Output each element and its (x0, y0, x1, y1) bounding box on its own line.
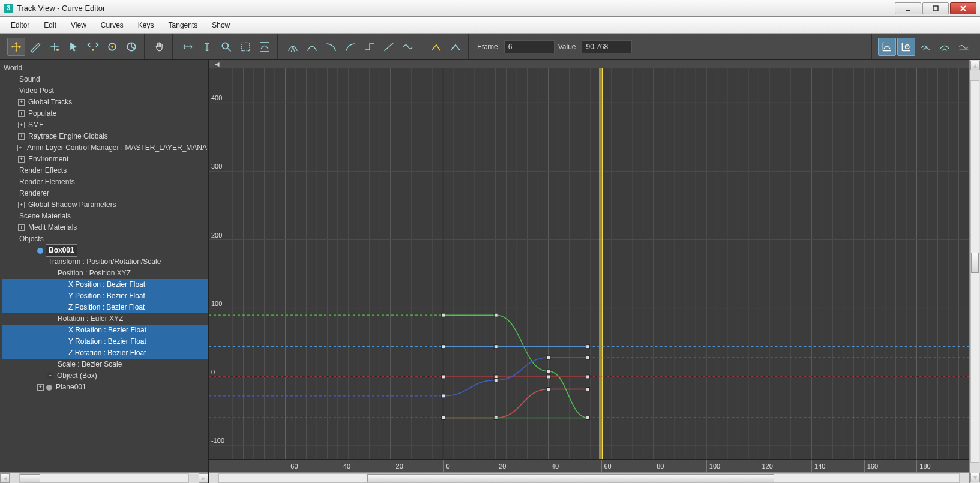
keyframe[interactable] (442, 416, 445, 419)
tree-item[interactable]: Objects (2, 233, 208, 245)
tree-label[interactable]: Transform : Position/Rotation/Scale (47, 256, 162, 268)
scroll-up-icon[interactable]: ▴ (970, 61, 980, 70)
tree-label[interactable]: Raytrace Engine Globals (27, 131, 109, 142)
keyframe[interactable] (442, 313, 445, 317)
tree-label[interactable]: Medit Materials (27, 222, 78, 233)
keyframe[interactable] (547, 375, 550, 379)
expand-icon[interactable]: + (17, 145, 24, 151)
tree-item[interactable]: X Rotation : Bezier Float (2, 325, 208, 336)
close-button[interactable] (950, 2, 976, 14)
scale-values-icon[interactable] (103, 38, 121, 56)
tree-label[interactable]: Global Shadow Parameters (27, 199, 118, 211)
keyframe[interactable] (547, 370, 550, 373)
nav-left-icon[interactable]: ◄ (214, 60, 221, 68)
tree-item[interactable]: +Environment (2, 154, 208, 165)
tree-label[interactable]: Objects (18, 233, 45, 245)
tree-label[interactable]: SME (27, 119, 45, 131)
show-all-curves-icon[interactable] (897, 38, 915, 56)
tree-item[interactable]: Rotation : Euler XYZ (2, 313, 208, 325)
menu-view[interactable]: View (64, 17, 94, 33)
tree-label[interactable]: Y Position : Bezier Float (66, 290, 148, 302)
keyframe[interactable] (442, 345, 445, 349)
tree-label[interactable]: Scale : Bezier Scale (56, 359, 123, 370)
keyframe[interactable] (547, 388, 550, 391)
expand-icon[interactable]: + (18, 202, 25, 208)
tangent-step-icon[interactable] (361, 38, 379, 56)
frame-vertical-icon[interactable] (198, 38, 216, 56)
time-ruler[interactable]: -60-40-20020406080100120140160180 (209, 459, 969, 472)
tangent-auto-icon[interactable]: A (284, 38, 302, 56)
tree-label[interactable]: Render Elements (18, 176, 76, 188)
add-keys-icon[interactable] (46, 38, 64, 56)
zoom-icon[interactable] (217, 38, 235, 56)
scroll-right-icon[interactable]: ▸ (199, 473, 208, 483)
tangent-linear-icon[interactable] (380, 38, 398, 56)
keyframe[interactable] (586, 356, 590, 359)
tree-label[interactable]: Z Rotation : Bezier Float (66, 347, 148, 359)
tree-item[interactable]: Y Rotation : Bezier Float (2, 336, 208, 347)
tree-item[interactable]: Renderer (2, 188, 208, 199)
keyframe[interactable] (494, 375, 498, 379)
tree-label[interactable]: Object (Box) (56, 370, 98, 382)
tree-label[interactable]: Environment (27, 154, 70, 165)
tree-item[interactable]: +Medit Materials (2, 222, 208, 233)
tree-item[interactable]: Render Effects (2, 165, 208, 176)
tree-label[interactable]: X Position : Bezier Float (66, 279, 148, 290)
menu-editor[interactable]: Editor (4, 17, 37, 33)
show-curves-icon[interactable] (878, 38, 896, 56)
keyframe[interactable] (586, 416, 590, 419)
tree-item[interactable]: +Global Shadow Parameters (2, 199, 208, 211)
tree-label[interactable]: Scene Materials (18, 211, 72, 222)
tree-item[interactable]: +SME (2, 119, 208, 131)
unify-tangents-icon[interactable] (446, 38, 464, 56)
expand-icon[interactable]: + (37, 384, 44, 391)
keyframe[interactable] (547, 356, 550, 359)
menu-keys[interactable]: Keys (131, 17, 161, 33)
tree-item[interactable]: +Anim Layer Control Manager : MASTER_LAY… (2, 142, 208, 154)
tree-item[interactable]: +Global Tracks (2, 97, 208, 108)
tree-label[interactable]: Render Effects (18, 165, 68, 176)
curve-horizontal-scrollbar[interactable] (209, 472, 969, 483)
tree-label[interactable]: X Rotation : Bezier Float (66, 325, 149, 336)
tree-item[interactable]: Video Post (2, 85, 208, 97)
buffer-curves-icon[interactable] (916, 38, 934, 56)
tree-label[interactable]: Renderer (18, 188, 50, 199)
expand-icon[interactable]: + (47, 373, 53, 379)
value-input[interactable] (582, 40, 632, 53)
tree-horizontal-scrollbar[interactable]: ◂ ▸ (0, 472, 208, 483)
select-icon[interactable] (65, 38, 83, 56)
tree-item[interactable]: +Populate (2, 108, 208, 119)
tree-label[interactable]: Populate (27, 108, 58, 119)
move-keys-icon[interactable] (7, 38, 25, 56)
tangent-spline-icon[interactable] (303, 38, 321, 56)
tree-label[interactable]: Video Post (18, 85, 55, 97)
menu-tangents[interactable]: Tangents (161, 17, 205, 33)
tree-item[interactable]: Transform : Position/Rotation/Scale (2, 256, 208, 268)
scale-keys-icon[interactable] (84, 38, 102, 56)
draw-curves-icon[interactable] (26, 38, 44, 56)
minimize-button[interactable] (895, 2, 921, 14)
maximize-button[interactable] (922, 2, 949, 14)
tree-item[interactable]: Scale : Bezier Scale (2, 359, 208, 370)
keyframe[interactable] (586, 375, 590, 379)
keyframe[interactable] (494, 313, 498, 317)
expand-icon[interactable]: + (18, 156, 25, 163)
curve-y-position[interactable] (443, 315, 588, 418)
scroll-down-icon[interactable]: ▾ (970, 473, 980, 482)
menu-curves[interactable]: Curves (94, 17, 131, 33)
tangent-slow-icon[interactable] (341, 38, 359, 56)
break-tangents-icon[interactable] (427, 38, 445, 56)
tree-label[interactable]: Global Tracks (27, 97, 73, 108)
tree-label[interactable]: Y Rotation : Bezier Float (66, 336, 149, 347)
tree-item[interactable]: +Plane001 (2, 382, 208, 393)
tree-label[interactable]: Box001 (46, 244, 77, 257)
tree-label[interactable]: Anim Layer Control Manager : MASTER_LAYE… (26, 142, 208, 154)
zoom-region-icon[interactable] (236, 38, 254, 56)
snap-icon[interactable] (122, 38, 140, 56)
tree-item[interactable]: Render Elements (2, 176, 208, 188)
tree-item[interactable]: Box001 (2, 245, 203, 256)
keyframe[interactable] (494, 379, 498, 382)
isolate-curve-icon[interactable] (256, 38, 274, 56)
tree-item[interactable]: +Object (Box) (2, 370, 208, 382)
keyframe[interactable] (586, 388, 590, 391)
